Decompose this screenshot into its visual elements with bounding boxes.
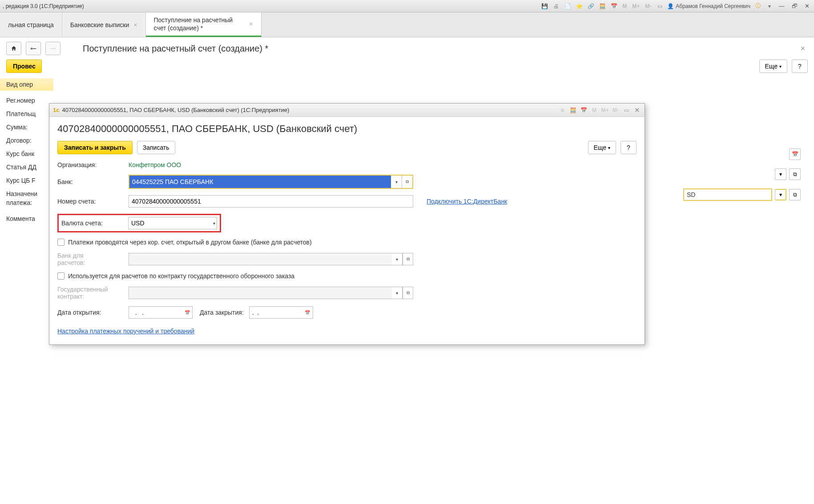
label-date-open: Дата открытия: bbox=[57, 309, 129, 316]
tab-start-page[interactable]: льная страница bbox=[0, 12, 62, 37]
m-plus-button[interactable]: М+ bbox=[601, 106, 609, 114]
dropdown-button[interactable]: ▾ bbox=[212, 217, 217, 229]
calc-icon[interactable]: 🧮 bbox=[569, 106, 577, 114]
modal-more-button[interactable]: Еще ▾ bbox=[588, 141, 617, 154]
m-button[interactable]: М bbox=[621, 3, 628, 9]
star-icon[interactable]: ⭐ bbox=[575, 2, 583, 10]
user-name[interactable]: 👤 Абрамов Геннадий Сергеевич bbox=[667, 3, 750, 9]
modal-close-button[interactable]: ✕ bbox=[633, 106, 641, 114]
gov-contract-input[interactable] bbox=[129, 287, 392, 299]
panel-icon[interactable]: ▭ bbox=[622, 106, 630, 114]
account-select-partial[interactable]: SD bbox=[683, 188, 772, 201]
restore-button[interactable]: 🗗 bbox=[790, 3, 799, 9]
modal-heading: 40702840000000005551, ПАО СБЕРБАНК, USD … bbox=[57, 123, 637, 135]
panel-icon[interactable]: ▭ bbox=[656, 2, 664, 10]
bank-field[interactable]: ▾ ⧉ bbox=[129, 175, 413, 189]
tab-label: Поступление на расчетный счет (создание)… bbox=[154, 16, 245, 32]
disk-icon[interactable]: 💾 bbox=[540, 2, 548, 10]
date-close-input[interactable] bbox=[249, 306, 302, 319]
tab-label: льная страница bbox=[8, 21, 54, 28]
modal-titlebar: 1c 40702840000000005551, ПАО СБЕРБАНК, U… bbox=[49, 104, 645, 117]
more-button[interactable]: Еще ▾ bbox=[759, 60, 788, 73]
open-button[interactable]: ⧉ bbox=[403, 253, 413, 265]
page-title: Поступление на расчетный счет (создание)… bbox=[83, 44, 268, 54]
link-icon[interactable]: 🔗 bbox=[587, 2, 595, 10]
bank-account-modal: 1c 40702840000000005551, ПАО СБЕРБАНК, U… bbox=[49, 103, 645, 345]
connect-directbank-link[interactable]: Подключить 1С:ДиректБанк bbox=[427, 198, 507, 205]
label-bank: Банк: bbox=[57, 178, 129, 185]
label-calc-bank: Банк для расчетов: bbox=[57, 252, 129, 266]
back-button[interactable]: 🡐 bbox=[26, 42, 41, 55]
print-icon[interactable]: 🖨 bbox=[552, 2, 560, 10]
open-button[interactable]: ⧉ bbox=[789, 189, 801, 200]
calc-icon[interactable]: 🧮 bbox=[598, 2, 606, 10]
dropdown-button[interactable]: ▾ bbox=[775, 168, 786, 180]
save-button[interactable]: Записать bbox=[137, 141, 175, 154]
date-open-input[interactable] bbox=[129, 306, 182, 319]
dropdown-button[interactable]: ▾ bbox=[391, 176, 402, 188]
calendar-icon[interactable]: 📅 bbox=[610, 2, 618, 10]
dropdown-button[interactable]: ▾ bbox=[392, 253, 403, 265]
app-titlebar: , редакция 3.0 (1С:Предприятие) 💾 🖨 📄 ⭐ … bbox=[0, 0, 814, 12]
save-and-close-button[interactable]: Записать и закрыть bbox=[57, 141, 133, 154]
home-icon bbox=[11, 45, 17, 52]
page-close-icon[interactable]: × bbox=[800, 44, 808, 53]
payment-settings-link[interactable]: Настройка платежных поручений и требован… bbox=[57, 328, 194, 335]
tab-label: Банковские выписки bbox=[70, 21, 129, 28]
forward-button[interactable]: 🡒 bbox=[45, 42, 60, 55]
currency-field[interactable]: ▾ bbox=[128, 217, 217, 229]
label-vid-oper: Вид опер bbox=[0, 78, 53, 91]
tab-bar: льная страница Банковские выписки × Пост… bbox=[0, 12, 814, 37]
m-minus-button[interactable]: М- bbox=[612, 106, 620, 114]
label-gov-contract: Государственный контракт: bbox=[57, 286, 129, 300]
gov-contract-checkbox[interactable] bbox=[57, 272, 64, 280]
open-button[interactable]: ⧉ bbox=[789, 168, 801, 180]
open-button[interactable]: ⧉ bbox=[403, 287, 413, 299]
organization-link[interactable]: Конфетпром ООО bbox=[129, 161, 181, 168]
chevron-down-icon: ▾ bbox=[608, 145, 610, 150]
currency-input[interactable] bbox=[128, 217, 212, 229]
corr-account-checkbox[interactable] bbox=[57, 239, 64, 246]
open-button[interactable]: ⧉ bbox=[402, 176, 412, 188]
help-button[interactable]: ? bbox=[792, 60, 808, 73]
label-date-close: Дата закрытия: bbox=[200, 309, 244, 316]
dropdown-button[interactable]: ▾ bbox=[392, 287, 403, 299]
m-plus-button[interactable]: М+ bbox=[631, 3, 641, 9]
home-button[interactable] bbox=[6, 42, 21, 55]
date-close-field[interactable]: 📅 bbox=[249, 306, 313, 319]
bank-input[interactable] bbox=[129, 176, 391, 188]
gov-contract-field[interactable]: ▾ ⧉ bbox=[129, 287, 413, 299]
close-button[interactable]: ✕ bbox=[803, 3, 811, 9]
app-title: , редакция 3.0 (1С:Предприятие) bbox=[3, 3, 84, 9]
currency-highlight-box: Валюта счета: ▾ bbox=[57, 214, 221, 232]
star-icon[interactable]: ☆ bbox=[558, 106, 566, 114]
doc-icon[interactable]: 📄 bbox=[564, 2, 572, 10]
calendar-picker-button[interactable]: 📅 bbox=[182, 306, 193, 319]
calc-bank-input[interactable] bbox=[129, 253, 392, 265]
dropdown-button[interactable]: ▾ bbox=[775, 189, 786, 200]
m-minus-button[interactable]: М- bbox=[644, 3, 652, 9]
label-gov-contract-chk: Используется для расчетов по контракту г… bbox=[68, 272, 294, 280]
account-number-input[interactable] bbox=[129, 195, 413, 208]
date-open-field[interactable]: 📅 bbox=[129, 306, 193, 319]
close-icon[interactable]: × bbox=[249, 20, 253, 28]
calc-bank-field[interactable]: ▾ ⧉ bbox=[129, 253, 413, 265]
minimize-button[interactable]: — bbox=[777, 3, 786, 9]
calendar-picker-button[interactable]: 📅 bbox=[789, 148, 801, 160]
label-currency: Валюта счета: bbox=[61, 220, 128, 227]
m-button[interactable]: М bbox=[590, 106, 598, 114]
tab-payment-create[interactable]: Поступление на расчетный счет (создание)… bbox=[146, 12, 262, 37]
calendar-picker-button[interactable]: 📅 bbox=[302, 306, 313, 319]
chevron-down-icon: ▾ bbox=[779, 64, 782, 69]
tab-bank-statements[interactable]: Банковские выписки × bbox=[62, 12, 146, 37]
dropdown-icon[interactable]: ▾ bbox=[766, 2, 774, 10]
conduct-button[interactable]: Провес bbox=[6, 60, 42, 73]
info-icon[interactable]: ⓘ bbox=[754, 2, 762, 10]
user-icon: 👤 bbox=[667, 3, 674, 9]
close-icon[interactable]: × bbox=[133, 21, 137, 28]
modal-window-title: 40702840000000005551, ПАО СБЕРБАНК, USD … bbox=[62, 107, 289, 113]
modal-help-button[interactable]: ? bbox=[621, 141, 637, 154]
label-corr-account: Платежи проводятся через кор. счет, откр… bbox=[68, 239, 312, 246]
calendar-icon[interactable]: 📅 bbox=[580, 106, 588, 114]
label-account-number: Номер счета: bbox=[57, 198, 129, 205]
